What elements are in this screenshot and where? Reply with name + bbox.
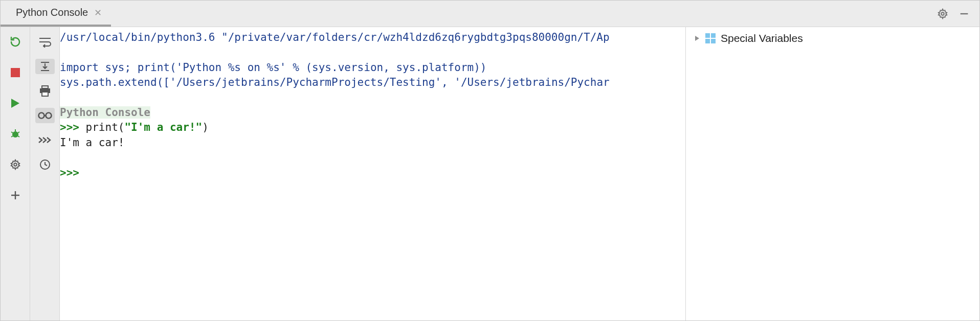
variables-row-special[interactable]: Special Variables bbox=[694, 32, 971, 44]
print-button[interactable] bbox=[35, 83, 55, 99]
variables-pane[interactable]: Special Variables bbox=[686, 27, 979, 320]
svg-point-21 bbox=[46, 113, 51, 119]
stdout-line: I'm a car! bbox=[60, 136, 124, 149]
soft-wrap-button[interactable] bbox=[35, 34, 55, 50]
run-button[interactable] bbox=[6, 96, 25, 111]
python-console-toolwindow: Python Console ✕ bbox=[0, 0, 980, 321]
debug-button[interactable] bbox=[6, 126, 25, 142]
svg-line-7 bbox=[18, 132, 19, 133]
close-icon[interactable]: ✕ bbox=[94, 8, 102, 17]
call-b: "I'm a car!" bbox=[124, 121, 202, 133]
line3-c: , bbox=[441, 76, 454, 88]
line3-b: '/Users/jetbrains/PycharmProjects/Testin… bbox=[170, 76, 441, 88]
line2-d: % (sys.version, sys.platform)) bbox=[286, 61, 487, 74]
call-a: print( bbox=[86, 121, 125, 133]
console-banner: Python Console bbox=[60, 106, 150, 119]
svg-rect-17 bbox=[42, 86, 48, 88]
prompt-1: >>> bbox=[60, 121, 86, 133]
toolwindow-body: /usr/local/bin/python3.6 "/private/var/f… bbox=[1, 27, 979, 320]
svg-point-10 bbox=[14, 163, 17, 166]
console-output[interactable]: /usr/local/bin/python3.6 "/private/var/f… bbox=[60, 27, 686, 320]
chevron-right-icon[interactable] bbox=[694, 35, 700, 42]
scroll-to-end-button[interactable] bbox=[35, 59, 55, 74]
svg-point-4 bbox=[12, 131, 18, 137]
line3-d: '/Users/jetbrains/Pychar bbox=[454, 76, 609, 88]
history-button[interactable] bbox=[35, 157, 55, 172]
svg-line-8 bbox=[11, 136, 13, 137]
variables-group-icon bbox=[705, 33, 716, 43]
interpreter-line: /usr/local/bin/python3.6 "/private/var/f… bbox=[60, 31, 610, 43]
line3-a: sys.path.extend([ bbox=[60, 76, 170, 88]
gear-icon[interactable] bbox=[937, 8, 949, 20]
execute-selection-button[interactable] bbox=[35, 132, 55, 148]
svg-rect-19 bbox=[42, 92, 48, 96]
variables-special-label: Special Variables bbox=[721, 32, 803, 44]
line2-c: 'Python %s on %s' bbox=[176, 61, 286, 74]
svg-rect-2 bbox=[11, 68, 20, 77]
tab-python-console[interactable]: Python Console ✕ bbox=[1, 1, 111, 27]
tabbar-right-controls bbox=[937, 1, 979, 27]
import-kw: import bbox=[60, 61, 99, 74]
svg-marker-24 bbox=[695, 36, 699, 41]
svg-marker-3 bbox=[11, 99, 19, 108]
new-session-button[interactable] bbox=[6, 188, 25, 203]
minimize-icon[interactable] bbox=[958, 8, 970, 20]
prompt-2: >>> bbox=[60, 167, 86, 179]
left-toolbar-b bbox=[30, 27, 60, 320]
svg-point-0 bbox=[941, 12, 944, 15]
tab-label: Python Console bbox=[16, 7, 88, 18]
rerun-button[interactable] bbox=[6, 34, 25, 50]
call-c: ) bbox=[202, 121, 209, 133]
left-toolbar-a bbox=[1, 27, 30, 320]
svg-line-6 bbox=[11, 132, 13, 133]
line2-b: sys; print( bbox=[99, 61, 176, 74]
svg-point-20 bbox=[38, 113, 44, 119]
stop-button[interactable] bbox=[6, 65, 25, 80]
show-variables-button[interactable] bbox=[35, 108, 55, 123]
svg-line-9 bbox=[18, 136, 19, 137]
settings-button[interactable] bbox=[6, 157, 25, 172]
toolwindow-tabbar: Python Console ✕ bbox=[1, 1, 979, 27]
console-text: /usr/local/bin/python3.6 "/private/var/f… bbox=[60, 27, 685, 180]
